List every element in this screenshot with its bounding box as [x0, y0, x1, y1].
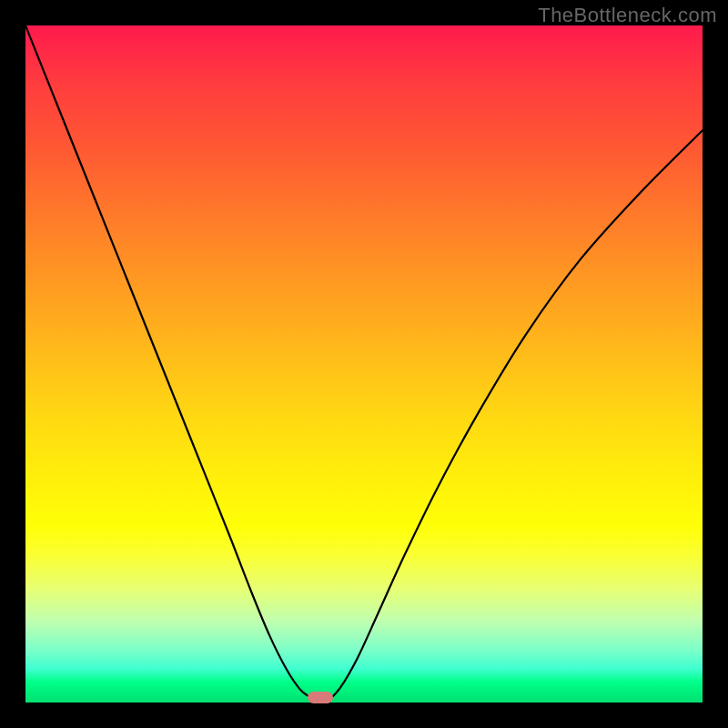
- chart-plot-area: [25, 25, 703, 703]
- bottleneck-curve-path: [25, 25, 703, 703]
- optimal-point-marker: [308, 692, 333, 703]
- chart-curve-svg: [25, 25, 703, 703]
- watermark-text: TheBottleneck.com: [538, 4, 717, 27]
